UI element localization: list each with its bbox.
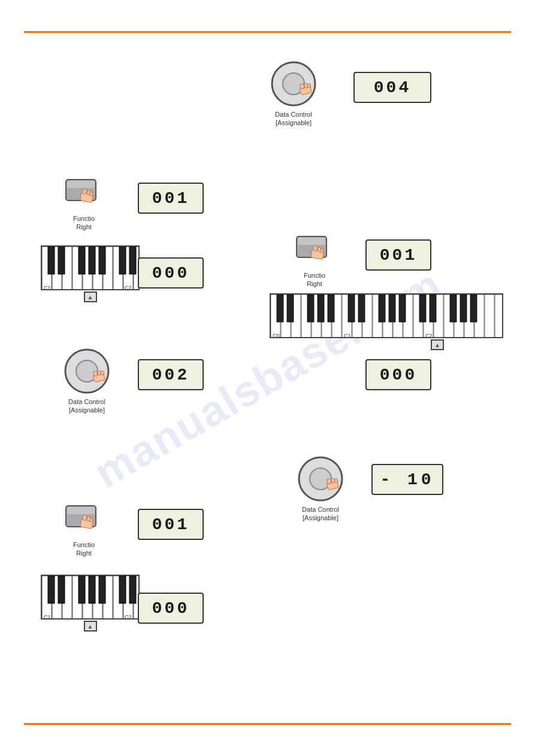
function-right-btn-bot-left[interactable]: FunctioRight xyxy=(63,503,105,558)
svg-rect-7 xyxy=(67,181,95,188)
svg-rect-56 xyxy=(89,576,95,603)
svg-rect-101 xyxy=(419,294,426,322)
data-control-label-top: Data Control [Assignable] xyxy=(275,110,312,127)
lcd-display-neg10: - 10 xyxy=(371,464,443,495)
svg-rect-103 xyxy=(450,294,457,322)
svg-rect-25 xyxy=(89,247,95,274)
svg-text:C1: C1 xyxy=(344,333,351,338)
svg-text:C0: C0 xyxy=(273,333,280,338)
svg-rect-100 xyxy=(399,294,406,322)
svg-rect-22 xyxy=(48,247,55,274)
svg-text:C2: C2 xyxy=(125,285,132,290)
svg-rect-24 xyxy=(78,247,85,274)
lcd-display-000-right-mid: 000 xyxy=(365,359,431,390)
svg-rect-54 xyxy=(58,576,65,603)
piano-small-left: C1 C2 ▲ xyxy=(41,245,140,302)
svg-rect-98 xyxy=(379,294,385,322)
svg-text:C2: C2 xyxy=(125,614,132,620)
svg-rect-94 xyxy=(318,294,324,322)
lcd-display-000-bot-left: 000 xyxy=(138,593,204,624)
function-right-btn-top-right[interactable]: FunctioRight xyxy=(294,233,335,289)
svg-rect-63 xyxy=(298,238,325,245)
svg-rect-26 xyxy=(99,247,105,274)
svg-rect-89 xyxy=(485,294,494,338)
lcd-display-001-top-right: 001 xyxy=(365,239,431,271)
svg-rect-40 xyxy=(83,515,87,521)
svg-rect-97 xyxy=(358,294,365,322)
svg-rect-67 xyxy=(320,249,324,253)
data-control-knob-right-bot[interactable]: Data Control[Assignable] xyxy=(297,455,344,523)
svg-rect-104 xyxy=(460,294,467,322)
piano-large-right: C0 C1 C2 ▲ xyxy=(270,293,503,350)
svg-rect-92 xyxy=(287,294,294,322)
svg-rect-36 xyxy=(101,371,104,375)
top-rule xyxy=(24,31,511,33)
bottom-rule xyxy=(24,723,511,725)
piano-small-left-bot: C1 C2 ▲ xyxy=(41,575,140,631)
function-right-label-bot-left: FunctioRight xyxy=(73,541,95,558)
function-right-label-top-right: FunctioRight xyxy=(304,271,325,289)
data-control-knob-top[interactable]: Data Control [Assignable] xyxy=(270,60,318,127)
svg-rect-55 xyxy=(78,576,85,603)
svg-rect-58 xyxy=(119,576,126,603)
data-control-label-left-mid: Data Control[Assignable] xyxy=(68,397,105,415)
svg-rect-90 xyxy=(495,294,503,338)
lcd-display-001-bot-left: 001 xyxy=(138,509,204,540)
svg-rect-28 xyxy=(129,247,136,274)
svg-rect-57 xyxy=(99,576,105,603)
svg-rect-5 xyxy=(307,83,311,87)
lcd-display-002: 002 xyxy=(138,359,204,390)
svg-rect-95 xyxy=(328,294,334,322)
svg-rect-96 xyxy=(348,294,355,322)
data-control-knob-left-mid[interactable]: Data Control[Assignable] xyxy=(63,347,111,415)
data-control-label-right-bot: Data Control[Assignable] xyxy=(302,505,339,523)
svg-text:C1: C1 xyxy=(44,614,51,620)
svg-rect-59 xyxy=(129,576,136,603)
svg-rect-23 xyxy=(58,247,65,274)
svg-rect-9 xyxy=(83,189,87,195)
lcd-display-001-top-left: 001 xyxy=(138,183,204,214)
svg-rect-102 xyxy=(430,294,436,322)
lcd-display-004: 004 xyxy=(353,72,431,103)
svg-rect-91 xyxy=(277,294,283,322)
svg-text:C2: C2 xyxy=(425,333,433,338)
lcd-display-000-left-mid: 000 xyxy=(138,257,204,289)
svg-rect-114 xyxy=(334,478,338,482)
svg-rect-11 xyxy=(89,192,93,196)
svg-rect-53 xyxy=(48,576,55,603)
svg-rect-42 xyxy=(89,518,93,523)
function-right-label-top-left: FunctioRight xyxy=(73,214,95,232)
svg-rect-38 xyxy=(67,507,95,514)
svg-rect-27 xyxy=(119,247,126,274)
svg-rect-105 xyxy=(470,294,477,322)
function-right-btn-top-left[interactable]: FunctioRight xyxy=(63,177,105,232)
svg-rect-65 xyxy=(313,246,318,251)
svg-rect-93 xyxy=(307,294,314,322)
svg-text:C1: C1 xyxy=(44,285,51,290)
svg-rect-99 xyxy=(389,294,395,322)
